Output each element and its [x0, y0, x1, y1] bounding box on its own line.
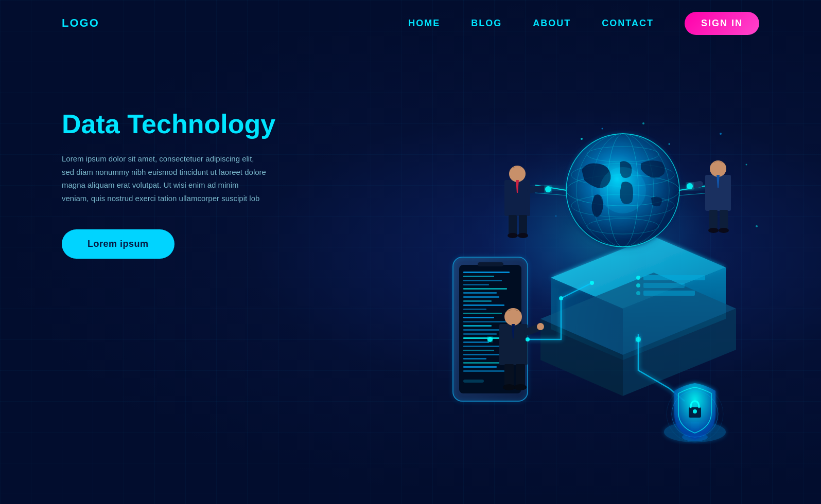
svg-rect-55 [463, 300, 492, 302]
svg-rect-51 [463, 284, 489, 285]
svg-rect-33 [519, 215, 527, 236]
svg-point-78 [537, 323, 544, 330]
svg-point-36 [545, 186, 551, 192]
svg-point-11 [636, 283, 640, 287]
svg-rect-71 [463, 366, 497, 368]
svg-point-95 [642, 122, 644, 124]
svg-point-94 [602, 128, 603, 130]
svg-point-82 [514, 384, 527, 390]
hero-illustration [309, 77, 759, 504]
svg-rect-9 [643, 291, 695, 296]
nav-about[interactable]: ABOUT [533, 18, 571, 29]
hero-section: Data Technology Lorem ipsum dolor sit am… [0, 46, 821, 504]
nav-home[interactable]: HOME [408, 18, 440, 29]
signin-button[interactable]: SIGN IN [685, 12, 759, 35]
svg-point-99 [555, 215, 557, 217]
nav-blog[interactable]: BLOG [471, 18, 502, 29]
svg-rect-56 [463, 304, 504, 306]
svg-rect-62 [463, 329, 499, 331]
svg-rect-69 [463, 358, 486, 359]
svg-point-24 [600, 167, 646, 213]
svg-rect-52 [463, 288, 507, 290]
svg-rect-8 [643, 283, 685, 288]
svg-rect-48 [463, 272, 510, 273]
svg-point-83 [526, 337, 530, 341]
illustration-svg [335, 62, 798, 504]
svg-rect-54 [463, 296, 499, 298]
svg-rect-66 [463, 346, 502, 347]
svg-point-102 [636, 337, 641, 342]
svg-rect-50 [463, 280, 502, 281]
svg-point-12 [636, 291, 640, 295]
svg-point-34 [508, 233, 518, 238]
svg-rect-7 [643, 275, 705, 280]
svg-point-98 [746, 164, 747, 166]
svg-rect-63 [463, 333, 497, 335]
svg-rect-53 [463, 292, 497, 294]
svg-rect-41 [720, 210, 728, 230]
hero-description: Lorem ipsum dolor sit amet, consectetuer… [62, 152, 268, 205]
svg-point-43 [719, 228, 729, 233]
svg-point-85 [590, 281, 594, 285]
svg-rect-49 [463, 276, 494, 277]
svg-rect-73 [463, 380, 484, 383]
svg-rect-67 [463, 350, 494, 351]
svg-point-76 [504, 308, 522, 326]
hero-text-block: Data Technology Lorem ipsum dolor sit am… [62, 77, 309, 259]
svg-point-81 [503, 384, 515, 390]
svg-rect-72 [463, 370, 504, 372]
nav-contact[interactable]: CONTACT [602, 18, 654, 29]
logo: LOGO [62, 16, 99, 30]
svg-rect-59 [463, 317, 494, 318]
svg-point-10 [636, 276, 640, 280]
hero-cta-button[interactable]: Lorem ipsum [62, 229, 174, 259]
svg-rect-64 [463, 337, 504, 339]
svg-point-96 [669, 143, 670, 145]
svg-rect-60 [463, 321, 507, 322]
svg-point-90 [693, 409, 697, 413]
svg-rect-65 [463, 341, 489, 343]
svg-point-35 [518, 233, 528, 238]
svg-point-97 [720, 133, 722, 135]
svg-rect-58 [463, 313, 502, 314]
svg-point-101 [487, 337, 493, 342]
svg-point-42 [708, 228, 719, 233]
svg-rect-61 [463, 325, 492, 327]
svg-rect-79 [504, 364, 514, 387]
svg-rect-47 [478, 262, 503, 266]
svg-rect-32 [509, 215, 517, 236]
nav-links: HOME BLOG ABOUT CONTACT SIGN IN [408, 12, 759, 35]
svg-rect-40 [709, 210, 718, 230]
svg-rect-70 [463, 362, 499, 364]
svg-point-93 [581, 138, 583, 140]
svg-rect-57 [463, 309, 486, 310]
svg-point-100 [756, 225, 758, 227]
svg-point-84 [559, 296, 563, 300]
svg-rect-80 [516, 364, 525, 387]
navbar: LOGO HOME BLOG ABOUT CONTACT SIGN IN [0, 0, 821, 46]
hero-title: Data Technology [62, 108, 309, 140]
svg-point-44 [687, 183, 693, 189]
